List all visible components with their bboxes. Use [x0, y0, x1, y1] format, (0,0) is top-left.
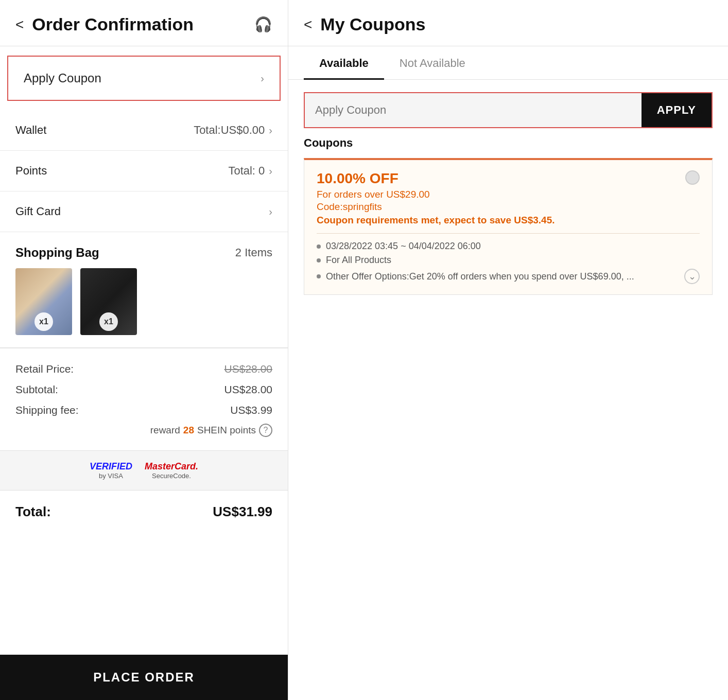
- coupon-for-products: For All Products: [326, 255, 391, 266]
- coupon-input-field[interactable]: [305, 93, 642, 127]
- chevron-right-icon: ›: [269, 165, 272, 177]
- visa-verified-logo: VERIFIED by VISA: [90, 461, 132, 480]
- gift-card-label: Gift Card: [15, 205, 61, 218]
- shipping-value: US$3.99: [230, 404, 272, 416]
- price-section: Retail Price: US$28.00 Subtotal: US$28.0…: [0, 348, 288, 450]
- gift-card-row[interactable]: Gift Card ›: [0, 191, 288, 232]
- mastercard-text: MasterCard.: [145, 461, 198, 472]
- back-button[interactable]: <: [15, 16, 24, 33]
- wallet-label: Wallet: [15, 124, 46, 137]
- shopping-bag-count: 2 Items: [235, 246, 272, 259]
- chevron-right-icon: ›: [261, 73, 264, 84]
- total-label: Total:: [15, 504, 51, 520]
- points-value: Total: 0: [228, 164, 265, 178]
- shopping-bag-header: Shopping Bag 2 Items: [0, 232, 288, 268]
- subtotal-row: Subtotal: US$28.00: [15, 379, 272, 400]
- chevron-right-icon: ›: [269, 206, 272, 218]
- coupon-expand-button[interactable]: ⌄: [684, 269, 700, 284]
- product-qty-badge-1: x1: [34, 312, 53, 331]
- points-value-group: Total: 0 ›: [228, 164, 272, 178]
- visa-subtitle: by VISA: [99, 472, 123, 480]
- wallet-row[interactable]: Wallet Total:US$0.00 ›: [0, 110, 288, 151]
- right-panel: < My Coupons Available Not Available APP…: [288, 0, 728, 700]
- coupon-other-offers: Other Offer Options:Get 20% off orders w…: [326, 271, 634, 282]
- total-value: US$31.99: [213, 504, 272, 520]
- product-thumbnail-1[interactable]: x1: [15, 268, 72, 335]
- reward-points: 28: [183, 425, 194, 436]
- retail-price-row: Retail Price: US$28.00: [15, 359, 272, 379]
- coupon-save-text: Coupon requirements met, expect to save …: [317, 215, 555, 226]
- coupon-code: Code:springfits: [317, 201, 555, 213]
- my-coupons-header: < My Coupons: [288, 0, 728, 46]
- apply-coupon-button[interactable]: APPLY: [642, 93, 712, 127]
- product-thumbnail-2[interactable]: x1: [80, 268, 137, 335]
- headset-icon[interactable]: 🎧: [254, 16, 272, 33]
- product-qty-badge-2: x1: [99, 312, 118, 331]
- shipping-row: Shipping fee: US$3.99: [15, 400, 272, 421]
- reward-suffix: SHEIN points: [197, 425, 256, 436]
- coupon-condition: For orders over US$29.00: [317, 189, 555, 200]
- coupons-section-label: Coupons: [288, 132, 728, 158]
- retail-price-value: US$28.00: [224, 363, 272, 375]
- total-row: Total: US$31.99: [0, 491, 288, 533]
- wallet-value: Total:US$0.00: [194, 124, 265, 137]
- tab-not-available[interactable]: Not Available: [384, 46, 481, 80]
- coupon-card-divider: [317, 233, 700, 234]
- bullet-icon: [317, 244, 321, 249]
- place-order-button[interactable]: PLACE ORDER: [0, 655, 288, 700]
- product-images-row: x1 x1: [0, 268, 288, 347]
- chevron-right-icon: ›: [269, 125, 272, 136]
- coupon-card-header: 10.00% OFF For orders over US$29.00 Code…: [317, 170, 700, 226]
- mastercard-logo: MasterCard. SecureCode.: [145, 461, 198, 480]
- bullet-icon: [317, 274, 321, 278]
- coupon-select-radio[interactable]: [685, 170, 700, 185]
- wallet-value-group: Total:US$0.00 ›: [194, 124, 272, 137]
- coupon-other-offers-row: Other Offer Options:Get 20% off orders w…: [317, 269, 700, 284]
- page-title: Order Confirmation: [32, 14, 194, 34]
- help-icon[interactable]: ?: [259, 424, 272, 437]
- shopping-bag-title: Shopping Bag: [15, 246, 99, 260]
- shipping-label: Shipping fee:: [15, 404, 79, 416]
- coupon-card-info: 10.00% OFF For orders over US$29.00 Code…: [317, 170, 555, 226]
- reward-prefix: reward: [150, 425, 180, 436]
- my-coupons-title: My Coupons: [320, 14, 425, 34]
- payment-logos: VERIFIED by VISA MasterCard. SecureCode.: [0, 450, 288, 491]
- coupon-card[interactable]: 10.00% OFF For orders over US$29.00 Code…: [304, 158, 713, 295]
- order-confirmation-header: < Order Confirmation 🎧: [0, 0, 288, 46]
- points-label: Points: [15, 164, 47, 178]
- coupon-discount: 10.00% OFF: [317, 170, 555, 187]
- apply-coupon-label: Apply Coupon: [24, 71, 101, 85]
- tab-available[interactable]: Available: [304, 46, 384, 80]
- mastercard-sub: SecureCode.: [152, 472, 191, 480]
- header-left: < Order Confirmation: [15, 14, 194, 34]
- apply-coupon-row[interactable]: Apply Coupon ›: [7, 56, 281, 101]
- subtotal-value: US$28.00: [224, 383, 272, 396]
- bullet-icon: [317, 258, 321, 262]
- coupon-date-row: 03/28/2022 03:45 ~ 04/04/2022 06:00: [317, 241, 700, 252]
- visa-brand-text: VERIFIED: [90, 461, 132, 472]
- reward-row: reward 28 SHEIN points ?: [15, 421, 272, 440]
- coupon-products-row: For All Products: [317, 255, 700, 266]
- coupon-date-range: 03/28/2022 03:45 ~ 04/04/2022 06:00: [326, 241, 481, 252]
- points-row[interactable]: Points Total: 0 ›: [0, 151, 288, 191]
- retail-price-label: Retail Price:: [15, 363, 74, 375]
- subtotal-label: Subtotal:: [15, 383, 58, 396]
- coupons-back-button[interactable]: <: [304, 16, 312, 33]
- coupons-tabs: Available Not Available: [288, 46, 728, 80]
- left-panel: < Order Confirmation 🎧 Apply Coupon › Wa…: [0, 0, 288, 700]
- coupon-input-area: APPLY: [304, 92, 713, 128]
